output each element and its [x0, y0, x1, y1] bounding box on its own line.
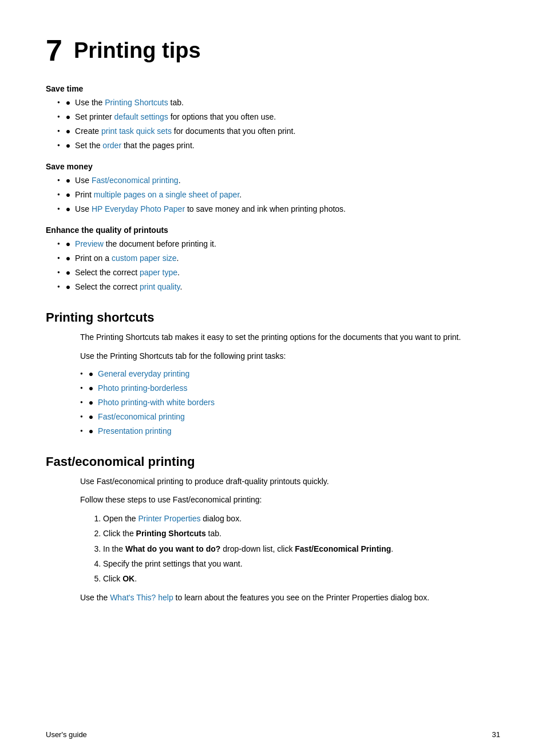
printing-shortcuts-link[interactable]: Printing Shortcuts	[105, 98, 168, 107]
fast-economical-title: Fast/economical printing	[46, 454, 500, 469]
page-footer: User's guide 31	[46, 730, 500, 739]
step-5: Click OK.	[103, 572, 500, 585]
step-2: Click the Printing Shortcuts tab.	[103, 527, 500, 540]
enhance-quality-header: Enhance the quality of printouts	[46, 225, 500, 235]
bullet-dot: ●	[66, 203, 75, 215]
bullet-dot: ●	[66, 175, 75, 187]
list-item: ● Photo printing-with white borders	[80, 397, 500, 409]
page-container: 7 Printing tips Save time ● Use the Prin…	[0, 0, 546, 655]
enhance-quality-list: ● Preview the document before printing i…	[57, 238, 500, 293]
footer-right: 31	[492, 730, 500, 739]
custom-paper-size-link[interactable]: custom paper size	[112, 254, 177, 263]
list-item: ● Print multiple pages on a single sheet…	[57, 189, 500, 201]
list-item: ● Select the correct print quality.	[57, 281, 500, 293]
multiple-pages-link[interactable]: multiple pages on a single sheet of pape…	[94, 190, 240, 199]
enhance-quality-section: Enhance the quality of printouts ● Previ…	[46, 225, 500, 293]
print-quality-link[interactable]: print quality	[140, 282, 180, 291]
step-3: In the What do you want to do? drop-down…	[103, 543, 500, 555]
printing-shortcuts-title: Printing shortcuts	[46, 310, 500, 325]
page-header: 7 Printing tips	[46, 34, 500, 67]
printing-shortcuts-intro1: The Printing Shortcuts tab makes it easy…	[80, 331, 500, 343]
printer-properties-link[interactable]: Printer Properties	[139, 514, 201, 523]
page-title: Printing tips	[74, 34, 201, 63]
fast-economical-printing-link[interactable]: Fast/economical printing	[98, 411, 185, 423]
preview-link[interactable]: Preview	[75, 239, 104, 248]
list-item: ● Use the Printing Shortcuts tab.	[57, 97, 500, 109]
save-time-list: ● Use the Printing Shortcuts tab. ● Set …	[57, 97, 500, 152]
list-item: ● General everyday printing	[80, 368, 500, 380]
list-item: ● Select the correct paper type.	[57, 267, 500, 279]
fast-economical-steps: Open the Printer Properties dialog box. …	[103, 512, 500, 585]
list-item: ● Create print task quick sets for docum…	[57, 125, 500, 137]
step-4: Specify the print settings that you want…	[103, 557, 500, 570]
bullet-dot: ●	[66, 97, 75, 109]
bullet-dot: ●	[89, 382, 98, 394]
bullet-dot: ●	[66, 125, 75, 137]
save-money-header: Save money	[46, 162, 500, 171]
general-everyday-printing-link[interactable]: General everyday printing	[98, 368, 189, 380]
bullet-dot: ●	[66, 189, 75, 201]
photo-printing-borderless-link[interactable]: Photo printing-borderless	[98, 382, 187, 394]
fast-economical-closing: Use the What's This? help to learn about…	[80, 591, 500, 604]
list-item: ● Preview the document before printing i…	[57, 238, 500, 250]
printing-shortcuts-bold: Printing Shortcuts	[136, 529, 206, 538]
fast-economical-link[interactable]: Fast/economical printing	[92, 176, 179, 185]
photo-printing-white-borders-link[interactable]: Photo printing-with white borders	[98, 397, 215, 409]
fast-economical-intro1: Use Fast/economical printing to produce …	[80, 475, 500, 488]
default-settings-link[interactable]: default settings	[114, 112, 168, 121]
save-money-list: ● Use Fast/economical printing. ● Print …	[57, 175, 500, 215]
ok-bold: OK	[122, 574, 134, 583]
whats-this-help-link[interactable]: What's This? help	[110, 593, 173, 602]
paper-type-link[interactable]: paper type	[140, 268, 177, 277]
list-item: ● Print on a custom paper size.	[57, 252, 500, 264]
bullet-dot: ●	[66, 111, 75, 123]
chapter-number: 7	[46, 34, 62, 67]
order-link[interactable]: order	[102, 141, 121, 150]
step-1: Open the Printer Properties dialog box.	[103, 512, 500, 525]
printing-shortcuts-list: ● General everyday printing ● Photo prin…	[80, 368, 500, 437]
save-money-section: Save money ● Use Fast/economical printin…	[46, 162, 500, 215]
what-do-you-want-bold: What do you want to do?	[125, 544, 220, 553]
list-item: ● Use HP Everyday Photo Paper to save mo…	[57, 203, 500, 215]
fast-economical-intro2: Follow these steps to use Fast/economica…	[80, 493, 500, 506]
list-item: ● Photo printing-borderless	[80, 382, 500, 394]
bullet-dot: ●	[89, 368, 98, 380]
bullet-dot: ●	[66, 238, 75, 250]
list-item: ● Use Fast/economical printing.	[57, 175, 500, 187]
list-item: ● Set the order that the pages print.	[57, 140, 500, 152]
save-time-header: Save time	[46, 84, 500, 93]
printing-shortcuts-section: Printing shortcuts The Printing Shortcut…	[46, 310, 500, 437]
list-item: ● Fast/economical printing	[80, 411, 500, 423]
save-time-section: Save time ● Use the Printing Shortcuts t…	[46, 84, 500, 152]
bullet-dot: ●	[66, 281, 75, 293]
print-task-quick-sets-link[interactable]: print task quick sets	[101, 126, 172, 136]
bullet-dot: ●	[89, 425, 98, 437]
fast-economical-section: Fast/economical printing Use Fast/econom…	[46, 454, 500, 604]
bullet-dot: ●	[66, 267, 75, 279]
presentation-printing-link[interactable]: Presentation printing	[98, 425, 171, 437]
bullet-dot: ●	[66, 140, 75, 152]
printing-shortcuts-intro2: Use the Printing Shortcuts tab for the f…	[80, 350, 500, 362]
list-item: ● Presentation printing	[80, 425, 500, 437]
bullet-dot: ●	[89, 397, 98, 409]
footer-left: User's guide	[46, 730, 87, 739]
list-item: ● Set printer default settings for optio…	[57, 111, 500, 123]
bullet-dot: ●	[89, 411, 98, 423]
bullet-dot: ●	[66, 252, 75, 264]
fast-economical-printing-bold: Fast/Economical Printing	[295, 544, 391, 553]
hp-photo-paper-link[interactable]: HP Everyday Photo Paper	[92, 204, 185, 213]
